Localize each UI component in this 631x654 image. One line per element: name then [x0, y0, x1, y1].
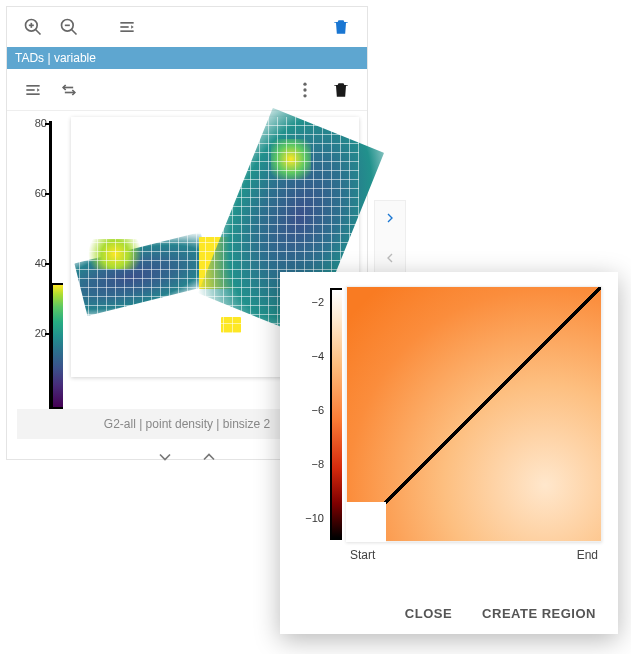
svg-point-15 — [303, 82, 306, 85]
zoom-in-button[interactable] — [15, 9, 51, 45]
side-pager — [374, 200, 406, 276]
svg-point-17 — [303, 94, 306, 97]
dialog-body: −2 −4 −6 −8 −10 Start End — [280, 272, 618, 592]
heatmap-plot[interactable] — [346, 286, 602, 542]
chevron-up-icon[interactable] — [199, 447, 219, 470]
trash-inner-button[interactable] — [323, 72, 359, 108]
panel-toolbar-top — [7, 7, 367, 47]
panel-toolbar-inner — [7, 69, 367, 111]
close-button[interactable]: CLOSE — [395, 600, 462, 627]
panel-header-label: TADs | variable — [15, 51, 96, 65]
colorbar-tick: −4 — [304, 350, 324, 362]
collapse-icon[interactable] — [109, 9, 145, 45]
chevron-down-icon[interactable] — [155, 447, 175, 470]
x-tick-start: Start — [350, 548, 375, 562]
colorbar-tick: −10 — [304, 512, 324, 524]
colorbar-tick: −6 — [304, 404, 324, 416]
chevron-right-icon[interactable] — [375, 201, 405, 235]
create-region-button[interactable]: CREATE REGION — [472, 600, 606, 627]
zoom-out-button[interactable] — [51, 9, 87, 45]
dialog-actions: CLOSE CREATE REGION — [280, 592, 618, 634]
y-tickmark — [45, 193, 51, 195]
region-dialog: −2 −4 −6 −8 −10 Start End CLOSE CREATE R… — [280, 272, 618, 634]
svg-line-5 — [72, 30, 77, 35]
heatmap-corner-mask — [346, 502, 386, 542]
svg-point-16 — [303, 88, 306, 91]
more-menu-button[interactable] — [287, 72, 323, 108]
scatter-colorbar — [51, 283, 63, 409]
svg-line-1 — [36, 30, 41, 35]
panel-header-bar: TADs | variable — [7, 47, 367, 69]
y-tickmark — [45, 263, 51, 265]
heatmap-colorbar — [330, 288, 342, 540]
y-tickmark — [45, 123, 51, 125]
x-tick-end: End — [577, 548, 598, 562]
colorbar-tick: −2 — [304, 296, 324, 308]
trash-button[interactable] — [323, 9, 359, 45]
colorbar-tick: −8 — [304, 458, 324, 470]
expand-list-button[interactable] — [15, 72, 51, 108]
swap-button[interactable] — [51, 72, 87, 108]
chevron-left-icon[interactable] — [375, 241, 405, 275]
